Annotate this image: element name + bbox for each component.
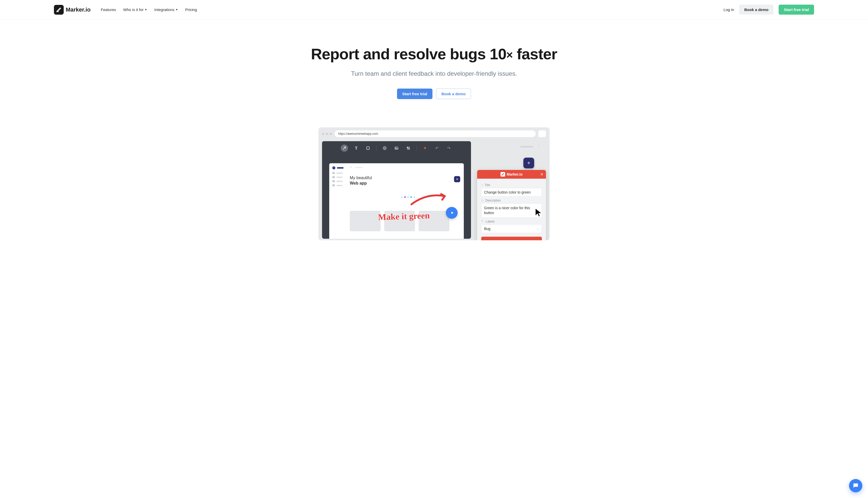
- nav-icon: [332, 176, 335, 178]
- title-label: T Title: [481, 183, 542, 187]
- hero-book-demo-button[interactable]: Book a demo: [436, 89, 471, 99]
- chevron-down-icon: ▼: [145, 8, 147, 11]
- canvas-main: ⋮ My beautiful Web app +: [350, 166, 460, 231]
- skeleton-line: [336, 181, 342, 182]
- nav-icon: [332, 180, 335, 182]
- nav-icon: [332, 172, 335, 174]
- feedback-widget: Marker.io ✕ T Title Change button color …: [477, 170, 546, 240]
- description-icon: ☰: [481, 199, 484, 202]
- url-bar: https://awesomewebapp.com: [335, 130, 536, 137]
- cursor-icon: [534, 207, 544, 218]
- app-title-line1: My beautiful: [350, 175, 372, 180]
- app-title: My beautiful Web app: [350, 175, 460, 186]
- nav-who-for[interactable]: Who is it for ▼: [123, 8, 147, 12]
- avatar-icon: [332, 166, 335, 169]
- svg-rect-6: [407, 147, 408, 148]
- text-tool-icon[interactable]: T: [353, 145, 360, 152]
- svg-rect-9: [409, 148, 410, 150]
- brand-text: Marker.io: [66, 6, 91, 13]
- undo-icon[interactable]: ↶: [433, 145, 440, 152]
- svg-rect-7: [409, 147, 410, 148]
- skeleton-line: [336, 176, 342, 178]
- hero-start-trial-button[interactable]: Start free trial: [397, 89, 432, 99]
- nav-links: Features Who is it for ▼ Integrations ▼ …: [101, 8, 197, 12]
- play-button[interactable]: [446, 207, 458, 219]
- svg-point-1: [383, 147, 386, 150]
- skeleton-line: [336, 185, 342, 186]
- svg-point-5: [396, 148, 396, 148]
- hero-sub: Turn team and client feedback into devel…: [0, 70, 868, 77]
- chevron-down-icon: ⌄: [537, 227, 539, 230]
- blur-tool-icon[interactable]: [405, 145, 412, 152]
- canvas-sidebar: [332, 166, 345, 186]
- page-skeleton-top: ⋮: [520, 144, 541, 149]
- nav-left: Marker.io Features Who is it for ▼ Integ…: [54, 5, 197, 15]
- labels-value: Bug: [484, 227, 491, 231]
- hero-headline-pre: Report and resolve bugs 10: [311, 45, 506, 63]
- browser-chrome: https://awesomewebapp.com: [322, 130, 546, 137]
- skeleton-bar: [520, 146, 533, 148]
- browser-tab-placeholder: [538, 130, 546, 137]
- content-tile: [350, 211, 380, 231]
- logo-mark-icon: [54, 5, 64, 15]
- chevron-down-icon: ▼: [176, 8, 178, 11]
- image-tool-icon[interactable]: [393, 145, 400, 152]
- widget-brand: Marker.io: [501, 172, 522, 176]
- title-input[interactable]: Change button color to green: [481, 188, 542, 197]
- floating-add-button[interactable]: +: [523, 158, 534, 168]
- labels-select[interactable]: Bug ⌄: [481, 224, 542, 233]
- kebab-menu-icon: ⋮: [537, 144, 541, 149]
- nav-integrations-label: Integrations: [154, 8, 174, 12]
- emoji-tool-icon[interactable]: [381, 145, 388, 152]
- editor-toolbar: T ↶ ↷: [322, 141, 471, 155]
- description-label-text: Description: [485, 199, 501, 202]
- redo-icon[interactable]: ↷: [445, 145, 452, 152]
- canvas-search-row: ⋮: [350, 166, 460, 169]
- toolbar-separator: [416, 145, 417, 151]
- hero-headline-post: faster: [513, 45, 557, 63]
- login-link[interactable]: Log in: [723, 8, 734, 12]
- pager-dots: [401, 196, 460, 198]
- hero: Report and resolve bugs 10× faster Turn …: [0, 19, 868, 115]
- hero-headline: Report and resolve bugs 10× faster: [0, 45, 868, 63]
- hero-ctas: Start free trial Book a demo: [0, 89, 868, 99]
- svg-point-10: [350, 166, 352, 168]
- description-label: ☰ Description: [481, 199, 542, 202]
- nav-integrations[interactable]: Integrations ▼: [154, 8, 178, 12]
- text-field-icon: T: [481, 184, 483, 187]
- tag-icon: [481, 220, 484, 223]
- screenshot-editor: T ↶ ↷: [322, 141, 471, 239]
- svg-rect-0: [367, 147, 370, 150]
- rect-tool-icon[interactable]: [364, 145, 372, 152]
- nav-icon: [332, 184, 335, 186]
- widget-brand-text: Marker.io: [507, 172, 522, 176]
- annotation-text: Make it green: [378, 210, 430, 222]
- widget-header: Marker.io ✕: [477, 170, 546, 179]
- arrow-tool-icon[interactable]: [341, 145, 348, 152]
- color-tool-icon[interactable]: [422, 145, 429, 152]
- kebab-menu-icon: ⋮: [457, 166, 460, 169]
- title-label-text: Title: [484, 183, 490, 187]
- description-input[interactable]: Green is a nicer color for this button: [481, 203, 542, 218]
- add-button-icon: +: [454, 176, 460, 182]
- search-icon: [350, 166, 352, 169]
- start-trial-button[interactable]: Start free trial: [779, 5, 814, 15]
- brand-logo[interactable]: Marker.io: [54, 5, 91, 15]
- nav-features[interactable]: Features: [101, 8, 116, 12]
- top-nav: Marker.io Features Who is it for ▼ Integ…: [0, 0, 868, 19]
- close-icon[interactable]: ✕: [540, 172, 543, 176]
- svg-rect-8: [407, 148, 408, 150]
- product-illustration: https://awesomewebapp.com ⋮ T: [319, 127, 549, 240]
- nav-right: Log in Book a demo Start free trial: [723, 5, 814, 15]
- nav-who-for-label: Who is it for: [123, 8, 144, 12]
- skeleton-line: [355, 167, 363, 168]
- skeleton-line: [336, 172, 342, 174]
- send-feedback-button[interactable]: Send feedback: [481, 237, 542, 240]
- hero-headline-mult: ×: [506, 49, 513, 61]
- book-demo-button[interactable]: Book a demo: [739, 5, 774, 15]
- skeleton-line: [337, 167, 344, 169]
- widget-logo-icon: [501, 172, 505, 176]
- traffic-lights-icon: [322, 133, 332, 135]
- nav-pricing[interactable]: Pricing: [185, 8, 197, 12]
- annotation-arrow-icon: [409, 192, 450, 207]
